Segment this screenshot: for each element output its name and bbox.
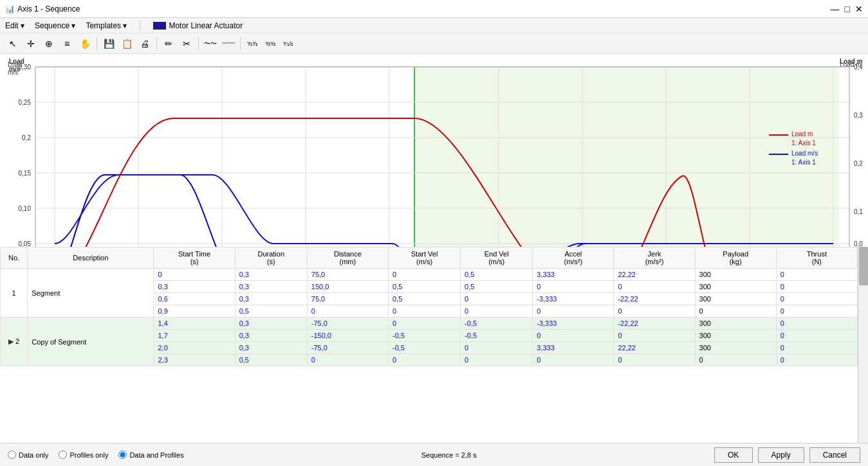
cell-start-vel: -0,5 — [388, 342, 460, 354]
sequence-menu[interactable]: Sequence ▾ — [35, 21, 75, 30]
svg-text:m/s: m/s — [9, 66, 21, 73]
radio-group: Data only Profiles only Data and Profile… — [8, 451, 184, 459]
toolbar-draw[interactable]: ✏ — [161, 36, 176, 51]
cell-jerk: 0 — [614, 330, 695, 342]
cell-distance: -150,0 — [307, 330, 388, 342]
cell-no: ▶ 2 — [1, 318, 28, 366]
cell-duration: 0,3 — [235, 269, 307, 281]
cell-jerk: -22,22 — [614, 318, 695, 330]
radio-label-data-profiles: Data and Profiles — [129, 451, 183, 459]
cell-distance: 0 — [307, 354, 388, 366]
cell-jerk: 22,22 — [614, 269, 695, 281]
table-row[interactable]: 1Segment00,375,000,53,33322,223000 — [1, 269, 858, 281]
cell-end-vel: 0 — [461, 342, 533, 354]
cell-end-vel: 0 — [461, 305, 533, 318]
cell-duration: 0,3 — [235, 293, 307, 305]
scrollbar-track[interactable] — [858, 247, 868, 443]
window-title: Axis 1 - Sequence — [17, 4, 80, 13]
toolbar-y12[interactable]: Y₁/₂ — [281, 36, 296, 51]
close-button[interactable]: ✕ — [855, 4, 863, 14]
table-wrapper[interactable]: No. Description Start Time(s) Duration(s… — [0, 247, 858, 443]
col-duration-unit: (s) — [267, 258, 275, 265]
svg-text:0,1: 0,1 — [854, 208, 863, 215]
radio-data-profiles[interactable]: Data and Profiles — [118, 451, 183, 459]
toolbar-sep-4 — [240, 37, 241, 50]
col-jerk-unit: (m/s²) — [645, 258, 664, 265]
main-content: Load m/s Load m — [0, 54, 868, 466]
maximize-button[interactable]: □ — [845, 4, 850, 14]
title-bar: 📊 Axis 1 - Sequence — □ ✕ — [0, 0, 868, 18]
toolbar-y1y1[interactable]: Y₁Y₁ — [245, 36, 260, 51]
app-icon: 📊 — [5, 4, 15, 13]
cell-thrust: 0 — [776, 269, 857, 281]
toolbar-save[interactable]: 💾 — [101, 36, 116, 51]
menu-bar: Edit ▾ Sequence ▾ Templates ▾ Motor Line… — [0, 18, 868, 33]
cancel-button[interactable]: Cancel — [809, 447, 860, 463]
col-accel: Accel(m/s²) — [533, 247, 614, 269]
svg-text:0,3: 0,3 — [854, 112, 863, 119]
cell-payload: 300 — [695, 330, 776, 342]
motor-name: Motor Linear Actuator — [169, 21, 243, 30]
svg-rect-52 — [769, 154, 788, 155]
cell-accel: 3,333 — [533, 269, 614, 281]
cell-duration: 0,5 — [235, 305, 307, 318]
cell-start-vel: 0 — [388, 305, 460, 318]
toolbar-y2y2[interactable]: Y₂Y₂ — [263, 36, 278, 51]
svg-text:0,2: 0,2 — [854, 160, 863, 167]
cell-start-vel: -0,5 — [388, 330, 460, 342]
cell-end-vel: 0,5 — [461, 281, 533, 293]
scrollbar-thumb[interactable] — [859, 247, 868, 285]
motor-icon — [153, 22, 166, 30]
toolbar-wave1[interactable]: 〜〜 — [203, 36, 218, 51]
radio-input-data-only[interactable] — [8, 451, 16, 459]
toolbar-zoom-in[interactable]: ⊕ — [41, 36, 57, 51]
radio-input-profiles-only[interactable] — [59, 451, 67, 459]
templates-menu[interactable]: Templates ▾ — [86, 21, 127, 30]
toolbar-copy[interactable]: 📋 — [119, 36, 134, 51]
toolbar-crosshair[interactable]: ✛ — [23, 36, 39, 51]
cell-start-time: 0,9 — [154, 305, 235, 318]
menu-separator — [140, 21, 140, 31]
cell-end-vel: -0,5 — [461, 318, 533, 330]
cell-duration: 0,3 — [235, 281, 307, 293]
toolbar-print[interactable]: 🖨 — [137, 36, 152, 51]
chart-area: Load m/s Load m — [0, 54, 868, 247]
minimize-button[interactable]: — — [831, 4, 840, 14]
radio-data-only[interactable]: Data only — [8, 451, 48, 459]
cell-start-time: 1,4 — [154, 318, 235, 330]
cell-accel: 0 — [533, 354, 614, 366]
radio-profiles-only[interactable]: Profiles only — [59, 451, 108, 459]
cell-end-vel: -0,5 — [461, 330, 533, 342]
toolbar-arrow[interactable]: ↖ — [5, 36, 21, 51]
cell-distance: -75,0 — [307, 318, 388, 330]
edit-menu[interactable]: Edit ▾ — [5, 21, 24, 30]
cell-payload: 300 — [695, 318, 776, 330]
toolbar-pan[interactable]: ≡ — [59, 36, 75, 51]
cell-end-vel: 0 — [461, 293, 533, 305]
table-row[interactable]: ▶ 2Copy of Segment1,40,3-75,00-0,5-3,333… — [1, 318, 858, 330]
apply-button[interactable]: Apply — [758, 447, 804, 463]
table-area: No. Description Start Time(s) Duration(s… — [0, 247, 868, 443]
toolbar-hand[interactable]: ✋ — [77, 36, 93, 51]
cell-distance: 0 — [307, 305, 388, 318]
col-jerk: Jerk(m/s²) — [614, 247, 695, 269]
cell-thrust: 0 — [776, 281, 857, 293]
cell-jerk: 22,22 — [614, 342, 695, 354]
radio-input-data-profiles[interactable] — [118, 451, 127, 459]
svg-text:0,2: 0,2 — [22, 134, 31, 141]
cell-start-time: 2,3 — [154, 354, 235, 366]
sequence-info: Sequence = 2,8 s — [421, 451, 477, 459]
radio-label-profiles-only: Profiles only — [69, 451, 108, 459]
col-thrust-unit: (N) — [812, 258, 822, 265]
cell-accel: 0 — [533, 305, 614, 318]
cell-thrust: 0 — [776, 305, 857, 318]
cell-start-time: 1,7 — [154, 330, 235, 342]
cell-start-time: 2,0 — [154, 342, 235, 354]
svg-text:0,10: 0,10 — [19, 205, 32, 212]
cell-jerk: 0 — [614, 305, 695, 318]
toolbar-wave2[interactable]: 〰〰 — [221, 36, 236, 51]
svg-text:0,05: 0,05 — [19, 240, 32, 247]
ok-button[interactable]: OK — [714, 447, 753, 463]
cell-start-vel: 0 — [388, 318, 460, 330]
toolbar-cut[interactable]: ✂ — [179, 36, 194, 51]
